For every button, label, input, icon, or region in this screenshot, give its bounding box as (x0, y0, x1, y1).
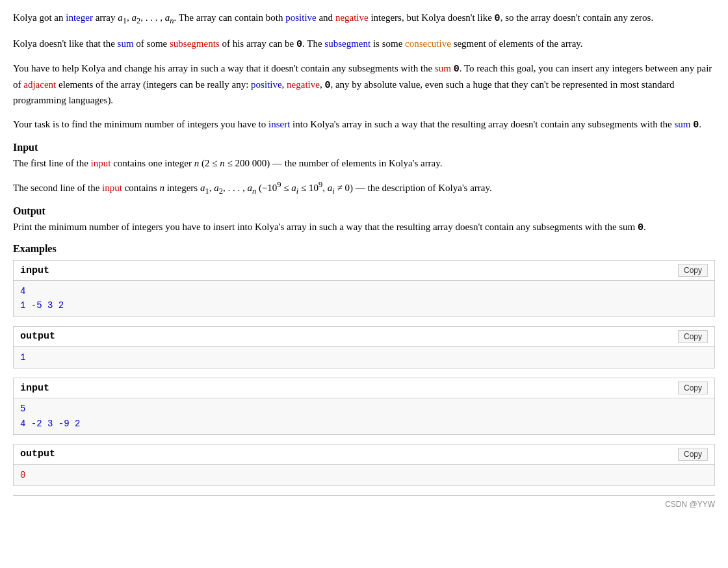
example-1-input-header: input Copy (14, 261, 714, 281)
example-2-input-copy-button[interactable]: Copy (678, 381, 708, 394)
example-1-input-line2: 1 -5 3 2 (20, 298, 708, 313)
example-1-output-block: output Copy 1 (13, 326, 715, 368)
example-1-output-value: 1 (20, 350, 708, 365)
example-1-input-copy-button[interactable]: Copy (678, 264, 708, 277)
input-title: Input (13, 142, 715, 153)
example-1-input-line1: 4 (20, 284, 708, 298)
example-1-output-body: 1 (14, 347, 714, 368)
example-2-output-body: 0 (14, 465, 714, 485)
input-desc-2: The second line of the input contains n … (13, 179, 715, 198)
bottom-separator (13, 495, 715, 496)
example-1-input-body: 4 1 -5 3 2 (14, 281, 714, 316)
example-2-output-block: output Copy 0 (13, 444, 715, 486)
intro-para-1: Kolya got an integer array a1, a2, . . .… (13, 10, 715, 27)
example-2-output-copy-button[interactable]: Copy (678, 448, 708, 461)
example-block-1: input Copy 4 1 -5 3 2 (13, 260, 715, 317)
example-1-output-copy-button[interactable]: Copy (678, 330, 708, 343)
example-block-2: input Copy 5 4 -2 3 -9 2 (13, 378, 715, 435)
example-2-output-header: output Copy (14, 445, 714, 465)
output-title: Output (13, 205, 715, 217)
example-2-input-body: 5 4 -2 3 -9 2 (14, 398, 714, 434)
example-1-output-label: output (20, 331, 55, 342)
example-1-input-label: input (20, 265, 49, 276)
examples-title: Examples (13, 243, 715, 255)
main-content: Kolya got an integer array a1, a2, . . .… (13, 10, 715, 509)
watermark: CSDN @YYW (13, 500, 715, 509)
example-2-input-header: input Copy (14, 378, 714, 398)
output-desc: Print the minimum number of integers you… (13, 220, 715, 236)
intro-para-4: Your task is to find the minimum number … (13, 117, 715, 133)
example-1-output-header: output Copy (14, 327, 714, 347)
intro-para-3: You have to help Kolya and change his ar… (13, 61, 715, 108)
input-desc-1: The first line of the input contains one… (13, 156, 715, 171)
example-2-output-value: 0 (20, 468, 708, 482)
intro-para-2: Kolya doesn't like that the sum of some … (13, 36, 715, 53)
example-2-input-line2: 4 -2 3 -9 2 (20, 417, 708, 431)
example-2-output-label: output (20, 448, 55, 459)
example-2-input-line1: 5 (20, 402, 708, 416)
example-2-input-label: input (20, 383, 49, 394)
